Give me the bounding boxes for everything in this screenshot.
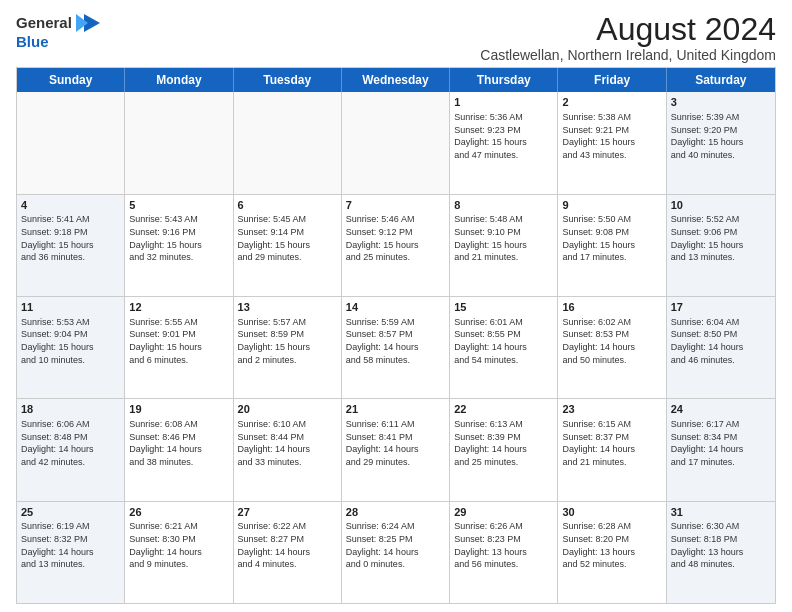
day-cell-9: 9Sunrise: 5:50 AM Sunset: 9:08 PM Daylig… xyxy=(558,195,666,296)
header-day-wednesday: Wednesday xyxy=(342,68,450,92)
day-info: Sunrise: 6:17 AM Sunset: 8:34 PM Dayligh… xyxy=(671,418,771,468)
day-cell-14: 14Sunrise: 5:59 AM Sunset: 8:57 PM Dayli… xyxy=(342,297,450,398)
day-cell-19: 19Sunrise: 6:08 AM Sunset: 8:46 PM Dayli… xyxy=(125,399,233,500)
calendar-body: 1Sunrise: 5:36 AM Sunset: 9:23 PM Daylig… xyxy=(17,92,775,603)
day-number: 8 xyxy=(454,198,553,213)
day-cell-13: 13Sunrise: 5:57 AM Sunset: 8:59 PM Dayli… xyxy=(234,297,342,398)
day-number: 2 xyxy=(562,95,661,110)
day-number: 4 xyxy=(21,198,120,213)
day-cell-18: 18Sunrise: 6:06 AM Sunset: 8:48 PM Dayli… xyxy=(17,399,125,500)
day-number: 15 xyxy=(454,300,553,315)
day-number: 27 xyxy=(238,505,337,520)
day-cell-21: 21Sunrise: 6:11 AM Sunset: 8:41 PM Dayli… xyxy=(342,399,450,500)
header-day-monday: Monday xyxy=(125,68,233,92)
day-info: Sunrise: 6:30 AM Sunset: 8:18 PM Dayligh… xyxy=(671,520,771,570)
logo-blue: Blue xyxy=(16,34,49,51)
day-info: Sunrise: 5:46 AM Sunset: 9:12 PM Dayligh… xyxy=(346,213,445,263)
day-info: Sunrise: 6:06 AM Sunset: 8:48 PM Dayligh… xyxy=(21,418,120,468)
day-number: 21 xyxy=(346,402,445,417)
day-info: Sunrise: 6:19 AM Sunset: 8:32 PM Dayligh… xyxy=(21,520,120,570)
week-row-3: 11Sunrise: 5:53 AM Sunset: 9:04 PM Dayli… xyxy=(17,297,775,399)
day-number: 6 xyxy=(238,198,337,213)
day-number: 31 xyxy=(671,505,771,520)
calendar-header: SundayMondayTuesdayWednesdayThursdayFrid… xyxy=(17,68,775,92)
header-day-saturday: Saturday xyxy=(667,68,775,92)
title-section: August 2024 Castlewellan, Northern Irela… xyxy=(480,12,776,63)
day-info: Sunrise: 6:01 AM Sunset: 8:55 PM Dayligh… xyxy=(454,316,553,366)
day-info: Sunrise: 6:11 AM Sunset: 8:41 PM Dayligh… xyxy=(346,418,445,468)
day-number: 10 xyxy=(671,198,771,213)
day-number: 13 xyxy=(238,300,337,315)
main-title: August 2024 xyxy=(480,12,776,47)
day-number: 5 xyxy=(129,198,228,213)
day-cell-4: 4Sunrise: 5:41 AM Sunset: 9:18 PM Daylig… xyxy=(17,195,125,296)
empty-cell xyxy=(17,92,125,193)
header-day-friday: Friday xyxy=(558,68,666,92)
day-number: 23 xyxy=(562,402,661,417)
day-cell-12: 12Sunrise: 5:55 AM Sunset: 9:01 PM Dayli… xyxy=(125,297,233,398)
day-number: 24 xyxy=(671,402,771,417)
day-number: 7 xyxy=(346,198,445,213)
day-info: Sunrise: 5:43 AM Sunset: 9:16 PM Dayligh… xyxy=(129,213,228,263)
day-number: 29 xyxy=(454,505,553,520)
day-cell-30: 30Sunrise: 6:28 AM Sunset: 8:20 PM Dayli… xyxy=(558,502,666,603)
day-info: Sunrise: 5:36 AM Sunset: 9:23 PM Dayligh… xyxy=(454,111,553,161)
day-number: 1 xyxy=(454,95,553,110)
day-info: Sunrise: 6:13 AM Sunset: 8:39 PM Dayligh… xyxy=(454,418,553,468)
day-cell-3: 3Sunrise: 5:39 AM Sunset: 9:20 PM Daylig… xyxy=(667,92,775,193)
day-number: 30 xyxy=(562,505,661,520)
day-info: Sunrise: 5:53 AM Sunset: 9:04 PM Dayligh… xyxy=(21,316,120,366)
day-cell-24: 24Sunrise: 6:17 AM Sunset: 8:34 PM Dayli… xyxy=(667,399,775,500)
day-info: Sunrise: 6:08 AM Sunset: 8:46 PM Dayligh… xyxy=(129,418,228,468)
day-number: 14 xyxy=(346,300,445,315)
empty-cell xyxy=(234,92,342,193)
day-number: 11 xyxy=(21,300,120,315)
day-cell-29: 29Sunrise: 6:26 AM Sunset: 8:23 PM Dayli… xyxy=(450,502,558,603)
day-info: Sunrise: 5:50 AM Sunset: 9:08 PM Dayligh… xyxy=(562,213,661,263)
day-cell-11: 11Sunrise: 5:53 AM Sunset: 9:04 PM Dayli… xyxy=(17,297,125,398)
day-info: Sunrise: 5:45 AM Sunset: 9:14 PM Dayligh… xyxy=(238,213,337,263)
day-cell-8: 8Sunrise: 5:48 AM Sunset: 9:10 PM Daylig… xyxy=(450,195,558,296)
day-number: 22 xyxy=(454,402,553,417)
day-number: 25 xyxy=(21,505,120,520)
day-cell-6: 6Sunrise: 5:45 AM Sunset: 9:14 PM Daylig… xyxy=(234,195,342,296)
day-number: 17 xyxy=(671,300,771,315)
page: General Blue August 2024 Castlewellan, N… xyxy=(0,0,792,612)
day-info: Sunrise: 6:15 AM Sunset: 8:37 PM Dayligh… xyxy=(562,418,661,468)
week-row-4: 18Sunrise: 6:06 AM Sunset: 8:48 PM Dayli… xyxy=(17,399,775,501)
day-number: 12 xyxy=(129,300,228,315)
day-number: 20 xyxy=(238,402,337,417)
day-cell-1: 1Sunrise: 5:36 AM Sunset: 9:23 PM Daylig… xyxy=(450,92,558,193)
day-number: 3 xyxy=(671,95,771,110)
day-cell-28: 28Sunrise: 6:24 AM Sunset: 8:25 PM Dayli… xyxy=(342,502,450,603)
day-cell-27: 27Sunrise: 6:22 AM Sunset: 8:27 PM Dayli… xyxy=(234,502,342,603)
day-number: 28 xyxy=(346,505,445,520)
day-info: Sunrise: 6:02 AM Sunset: 8:53 PM Dayligh… xyxy=(562,316,661,366)
day-cell-16: 16Sunrise: 6:02 AM Sunset: 8:53 PM Dayli… xyxy=(558,297,666,398)
day-info: Sunrise: 5:57 AM Sunset: 8:59 PM Dayligh… xyxy=(238,316,337,366)
day-info: Sunrise: 5:48 AM Sunset: 9:10 PM Dayligh… xyxy=(454,213,553,263)
day-number: 26 xyxy=(129,505,228,520)
header-day-tuesday: Tuesday xyxy=(234,68,342,92)
day-cell-2: 2Sunrise: 5:38 AM Sunset: 9:21 PM Daylig… xyxy=(558,92,666,193)
header: General Blue August 2024 Castlewellan, N… xyxy=(16,12,776,63)
day-info: Sunrise: 6:26 AM Sunset: 8:23 PM Dayligh… xyxy=(454,520,553,570)
calendar: SundayMondayTuesdayWednesdayThursdayFrid… xyxy=(16,67,776,604)
day-info: Sunrise: 5:59 AM Sunset: 8:57 PM Dayligh… xyxy=(346,316,445,366)
week-row-1: 1Sunrise: 5:36 AM Sunset: 9:23 PM Daylig… xyxy=(17,92,775,194)
subtitle: Castlewellan, Northern Ireland, United K… xyxy=(480,47,776,63)
day-cell-23: 23Sunrise: 6:15 AM Sunset: 8:37 PM Dayli… xyxy=(558,399,666,500)
day-info: Sunrise: 5:39 AM Sunset: 9:20 PM Dayligh… xyxy=(671,111,771,161)
week-row-5: 25Sunrise: 6:19 AM Sunset: 8:32 PM Dayli… xyxy=(17,502,775,603)
day-info: Sunrise: 6:22 AM Sunset: 8:27 PM Dayligh… xyxy=(238,520,337,570)
day-number: 18 xyxy=(21,402,120,417)
day-number: 19 xyxy=(129,402,228,417)
logo-text: General xyxy=(16,15,72,32)
day-info: Sunrise: 6:28 AM Sunset: 8:20 PM Dayligh… xyxy=(562,520,661,570)
header-day-sunday: Sunday xyxy=(17,68,125,92)
day-cell-7: 7Sunrise: 5:46 AM Sunset: 9:12 PM Daylig… xyxy=(342,195,450,296)
day-info: Sunrise: 5:41 AM Sunset: 9:18 PM Dayligh… xyxy=(21,213,120,263)
day-cell-15: 15Sunrise: 6:01 AM Sunset: 8:55 PM Dayli… xyxy=(450,297,558,398)
empty-cell xyxy=(125,92,233,193)
week-row-2: 4Sunrise: 5:41 AM Sunset: 9:18 PM Daylig… xyxy=(17,195,775,297)
